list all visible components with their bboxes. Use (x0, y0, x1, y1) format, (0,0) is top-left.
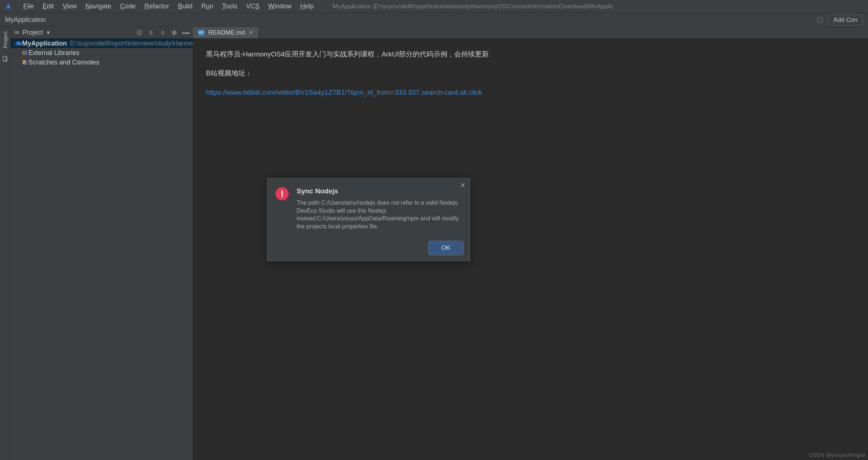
project-panel-header: Project ▼ — (11, 27, 193, 39)
svg-rect-2 (3, 56, 6, 60)
svg-rect-3 (15, 31, 19, 32)
tree-root-row[interactable]: › MyApplication D:\suyou\dellImport\inte… (11, 39, 193, 48)
readme-link[interactable]: https://www.bilibili.com/video/BV1Sa4y1Z… (206, 89, 482, 96)
readme-line-1: 黑马程序员-HarmonyOS4应用开发入门与实战系列课程，ArkUI部分的代码… (206, 49, 855, 60)
menu-run[interactable]: Run (197, 1, 218, 12)
svg-rect-12 (25, 51, 25, 55)
hide-panel-icon[interactable]: — (182, 29, 190, 37)
window-title-path: MyApplication [D:\suyou\dellImport\inter… (333, 3, 613, 10)
breadcrumb[interactable]: MyApplication (5, 16, 46, 24)
tree-root-path: D:\suyou\dellImport\interview\study\Harm… (70, 40, 193, 47)
menu-navigate[interactable]: Navigate (81, 1, 116, 12)
menu-help[interactable]: Help (296, 1, 318, 12)
tree-scratches[interactable]: Scratches and Consoles (11, 58, 193, 67)
dialog-ok-button[interactable]: OK (429, 242, 463, 254)
svg-point-0 (817, 17, 823, 23)
tree-external-label: External Libraries (28, 49, 79, 57)
dialog-close-icon[interactable]: ✕ (460, 181, 465, 189)
svg-rect-13 (26, 51, 27, 55)
svg-point-6 (139, 32, 140, 33)
menu-window[interactable]: Window (264, 1, 296, 12)
menu-bar: File Edit View Navigate Code Refactor Bu… (0, 0, 868, 13)
project-folder-icon (16, 40, 22, 47)
watermark: CSDN @youyoufenglai (809, 452, 865, 458)
project-tool-button[interactable]: Project (2, 29, 8, 51)
menu-build[interactable]: Build (174, 1, 197, 12)
app-logo-icon (4, 3, 12, 11)
readme-line-2: B站视频地址： (206, 68, 855, 79)
svg-rect-9 (16, 42, 19, 43)
project-view-selector[interactable]: Project ▼ (14, 29, 51, 36)
locate-icon[interactable] (135, 29, 143, 37)
menu-code[interactable]: Code (116, 1, 140, 12)
menu-tools[interactable]: Tools (218, 1, 242, 12)
menu-refactor[interactable]: Refactor (140, 1, 174, 12)
editor-tabs: MD README.md ✕ (193, 27, 868, 39)
files-icon[interactable] (2, 56, 9, 64)
collapse-all-icon[interactable] (159, 29, 167, 37)
sync-nodejs-dialog: ✕ ! Sync Nodejs The path C:/Users/amy/no… (267, 178, 470, 261)
menu-edit[interactable]: Edit (38, 1, 58, 12)
menu-vcs[interactable]: VCS (242, 1, 264, 12)
tree-root-name: MyApplication (22, 40, 67, 47)
left-tool-strip: Project (0, 27, 11, 460)
menu-file[interactable]: File (19, 1, 38, 12)
tree-external-libraries[interactable]: External Libraries (11, 48, 193, 58)
svg-rect-11 (24, 51, 24, 55)
svg-point-7 (173, 32, 175, 34)
project-icon (14, 30, 20, 36)
settings-update-icon[interactable] (816, 16, 824, 24)
library-icon (21, 50, 28, 56)
dialog-title: Sync Nodejs (297, 187, 461, 195)
svg-point-15 (24, 62, 27, 65)
nav-bar: MyApplication Add Con (0, 13, 868, 27)
dialog-message: The path C:/Users/amy/nodejs does not re… (297, 199, 461, 230)
markdown-file-icon: MD (198, 30, 205, 36)
gear-icon[interactable] (170, 29, 178, 37)
chevron-down-icon: ▼ (46, 30, 51, 35)
menu-view[interactable]: View (58, 1, 81, 12)
project-panel-title: Project (23, 29, 43, 36)
close-tab-icon[interactable]: ✕ (249, 29, 253, 36)
tab-filename: README.md (208, 29, 245, 36)
add-configuration-button[interactable]: Add Con (828, 15, 863, 25)
warning-icon: ! (276, 187, 289, 200)
svg-rect-4 (15, 33, 19, 34)
project-tree: › MyApplication D:\suyou\dellImport\inte… (11, 39, 193, 460)
tab-readme[interactable]: MD README.md ✕ (193, 27, 259, 38)
expand-all-icon[interactable] (147, 29, 155, 37)
svg-rect-10 (23, 51, 23, 55)
tree-scratches-label: Scratches and Consoles (28, 59, 99, 66)
scratches-icon (21, 59, 28, 65)
